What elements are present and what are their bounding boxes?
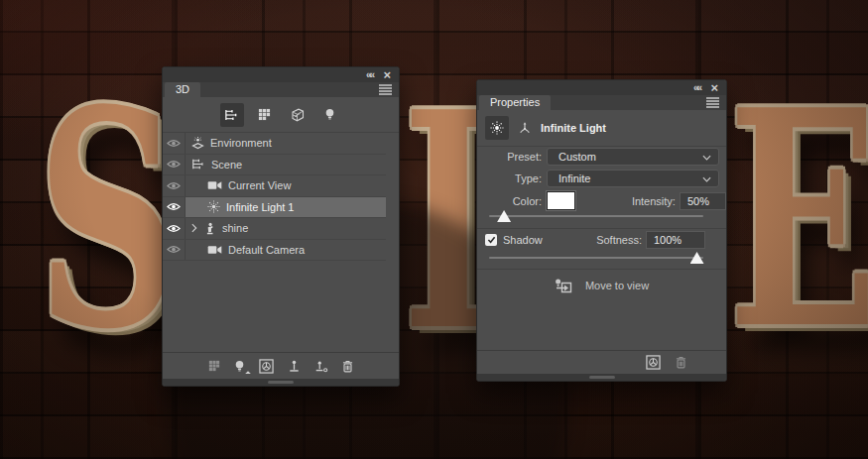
row-environment[interactable]: Environment — [163, 133, 386, 155]
softness-label: Softness: — [596, 234, 642, 246]
properties-toolbar — [477, 350, 726, 374]
vignette-overlay — [0, 0, 868, 459]
photoshop-canvas: S I E «« × 3D Environment — [0, 0, 868, 459]
materials-filter-icon[interactable] — [253, 103, 277, 127]
3d-axis-icon[interactable] — [518, 121, 532, 135]
tab-3d[interactable]: 3D — [165, 82, 200, 97]
row-label: Scene — [211, 159, 242, 171]
mesh-icon — [203, 222, 216, 235]
collapse-panel-icon[interactable]: «« — [366, 67, 373, 82]
panel-resize-strip[interactable] — [163, 379, 399, 386]
delete-icon[interactable] — [676, 356, 686, 369]
move-to-view-button[interactable]: Move to view — [477, 275, 726, 296]
row-label: Environment — [210, 137, 272, 149]
delete-icon[interactable] — [342, 360, 353, 373]
move-to-ground-icon[interactable] — [288, 360, 301, 373]
intensity-value-field[interactable]: 50% — [680, 192, 726, 210]
move-to-view-label: Move to view — [585, 280, 649, 291]
visibility-eye-icon[interactable] — [167, 245, 181, 254]
visibility-eye-icon[interactable] — [167, 181, 181, 190]
add-light-icon[interactable] — [234, 360, 245, 373]
chevron-down-icon — [702, 155, 711, 161]
camera-icon — [207, 245, 222, 255]
row-label: Current View — [228, 179, 291, 191]
panel-resize-strip[interactable] — [477, 374, 726, 381]
close-panel-icon[interactable]: × — [710, 80, 718, 95]
render-icon[interactable] — [646, 355, 661, 370]
visibility-eye-icon[interactable] — [167, 202, 181, 211]
visibility-eye-icon[interactable] — [167, 160, 181, 169]
softness-slider — [489, 251, 703, 265]
panel-menu-icon[interactable] — [706, 97, 719, 108]
3d-scene-tree: Environment Scene Current View Infinite … — [163, 133, 386, 261]
scene-icon — [191, 159, 205, 170]
chevron-down-icon — [702, 176, 711, 182]
collapse-panel-icon[interactable]: «« — [693, 80, 700, 95]
preset-label: Preset: — [477, 151, 542, 163]
3d-panel-tabrow: 3D — [163, 82, 399, 97]
preset-value: Custom — [558, 151, 596, 163]
expand-chevron-icon[interactable] — [191, 223, 197, 233]
properties-panel: «« × Properties Infinite Light Preset: C… — [476, 79, 727, 382]
row-label: shine — [222, 222, 248, 234]
render-icon[interactable] — [259, 359, 274, 374]
row-shine[interactable]: shine — [163, 218, 386, 240]
tab-properties[interactable]: Properties — [479, 95, 551, 110]
color-label: Color: — [477, 195, 542, 207]
type-label: Type: — [477, 172, 542, 184]
3d-panel: «« × 3D Environment Scene — [162, 66, 400, 387]
properties-tabrow: Properties — [477, 95, 726, 110]
row-default-camera[interactable]: Default Camera — [163, 240, 386, 262]
materials-icon[interactable] — [208, 360, 220, 372]
meshes-filter-icon[interactable] — [286, 103, 310, 127]
row-current-view[interactable]: Current View — [163, 175, 386, 197]
environment-icon — [191, 137, 204, 150]
intensity-slider — [489, 209, 703, 223]
softness-value-field[interactable]: 100% — [646, 231, 705, 249]
shadow-label: Shadow — [503, 234, 543, 246]
close-panel-icon[interactable]: × — [383, 67, 391, 82]
row-infinite-light-1[interactable]: Infinite Light 1 — [163, 197, 386, 219]
intensity-label: Intensity: — [632, 195, 676, 207]
camera-icon — [207, 180, 222, 190]
row-label: Default Camera — [228, 244, 305, 256]
lights-filter-icon[interactable] — [318, 103, 342, 127]
properties-header: Infinite Light — [477, 110, 726, 147]
3d-panel-toolbar — [163, 352, 399, 379]
slider-track[interactable] — [489, 215, 703, 217]
row-scene[interactable]: Scene — [163, 155, 386, 176]
infinite-light-icon — [485, 116, 509, 140]
scene-filter-icon[interactable] — [220, 103, 244, 127]
snap-to-ground-icon[interactable] — [314, 360, 328, 373]
light-color-swatch[interactable] — [547, 191, 575, 210]
move-to-view-icon — [555, 279, 572, 293]
shadow-checkbox[interactable] — [485, 234, 497, 246]
row-label: Infinite Light 1 — [226, 201, 295, 213]
type-dropdown[interactable]: Infinite — [547, 170, 719, 187]
visibility-eye-icon[interactable] — [167, 139, 181, 148]
properties-titlebar[interactable]: «« × — [477, 80, 726, 95]
slider-track[interactable] — [489, 257, 703, 259]
properties-title: Infinite Light — [541, 122, 606, 134]
preset-dropdown[interactable]: Custom — [547, 148, 719, 166]
visibility-eye-icon[interactable] — [167, 224, 181, 233]
type-value: Infinite — [558, 172, 590, 184]
infinite-light-icon — [207, 200, 220, 213]
3d-filter-row — [163, 97, 399, 133]
panel-menu-icon[interactable] — [379, 84, 392, 95]
3d-panel-titlebar[interactable]: «« × — [163, 67, 399, 82]
